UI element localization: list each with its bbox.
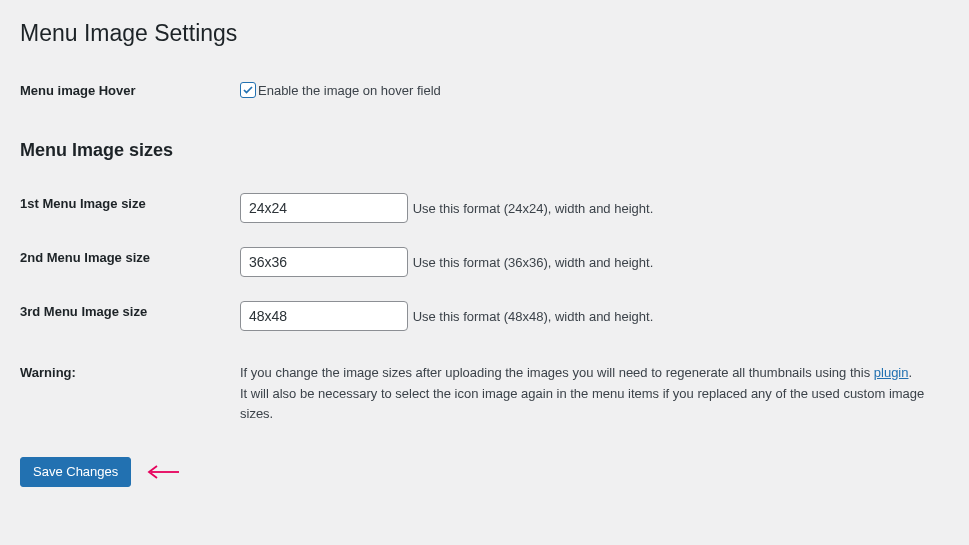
hover-checkbox[interactable] xyxy=(240,82,256,98)
warning-line1-post: . xyxy=(908,365,912,380)
page-title: Menu Image Settings xyxy=(20,10,949,53)
arrow-annotation xyxy=(145,464,181,480)
save-button[interactable]: Save Changes xyxy=(20,457,131,487)
sizes-heading: Menu Image sizes xyxy=(20,120,949,171)
hover-label: Menu image Hover xyxy=(20,63,240,120)
size-label-1: 1st Menu Image size xyxy=(20,181,240,235)
size-row-2: 2nd Menu Image size Use this format (36x… xyxy=(20,235,949,289)
warning-text: If you change the image sizes after uplo… xyxy=(240,363,939,425)
hover-checkbox-wrapper[interactable]: Enable the image on hover field xyxy=(240,81,441,101)
warning-row: Warning: If you change the image sizes a… xyxy=(20,343,949,437)
warning-label: Warning: xyxy=(20,343,240,437)
size-input-3[interactable] xyxy=(240,301,408,331)
size-row-1: 1st Menu Image size Use this format (24x… xyxy=(20,181,949,235)
size-label-3: 3rd Menu Image size xyxy=(20,289,240,343)
size-hint-3: Use this format (48x48), width and heigh… xyxy=(413,309,654,324)
size-input-1[interactable] xyxy=(240,193,408,223)
size-hint-2: Use this format (36x36), width and heigh… xyxy=(413,255,654,270)
hover-row: Menu image Hover Enable the image on hov… xyxy=(20,63,949,120)
arrow-left-icon xyxy=(145,464,181,480)
size-label-2: 2nd Menu Image size xyxy=(20,235,240,289)
hover-checkbox-label: Enable the image on hover field xyxy=(258,81,441,101)
warning-line2: It will also be necessary to select the … xyxy=(240,386,924,422)
warning-line1-pre: If you change the image sizes after uplo… xyxy=(240,365,874,380)
size-input-2[interactable] xyxy=(240,247,408,277)
check-icon xyxy=(242,84,254,96)
submit-row: Save Changes xyxy=(20,457,949,487)
size-row-3: 3rd Menu Image size Use this format (48x… xyxy=(20,289,949,343)
plugin-link[interactable]: plugin xyxy=(874,365,909,380)
size-hint-1: Use this format (24x24), width and heigh… xyxy=(413,201,654,216)
